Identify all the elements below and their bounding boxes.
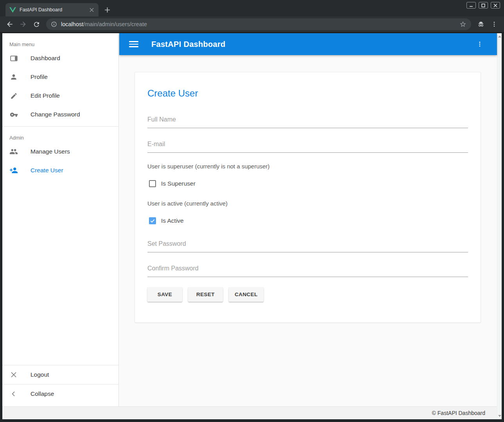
browser-titlebar: FastAPI Dashboard <box>0 0 504 16</box>
sidebar-item-dashboard[interactable]: Dashboard <box>2 49 118 68</box>
sidebar-item-label: Edit Profile <box>30 92 60 99</box>
sidebar-divider <box>2 126 118 127</box>
sidebar-section-admin: Admin <box>9 135 118 141</box>
confirm-password-field-wrap <box>147 263 468 277</box>
sidebar-section-main-menu: Main menu <box>9 41 118 47</box>
app-title: FastAPI Dashboard <box>151 40 226 49</box>
sidebar-item-label: Change Password <box>30 111 80 118</box>
sidebar-item-profile[interactable]: Profile <box>2 68 118 86</box>
reload-icon[interactable] <box>31 19 41 29</box>
pencil-icon <box>9 91 18 100</box>
person-add-icon <box>9 166 18 175</box>
window-maximize-icon[interactable] <box>479 2 488 9</box>
back-icon[interactable] <box>5 19 15 29</box>
sidebar-item-label: Create User <box>30 167 63 174</box>
checkbox-label: Is Superuser <box>161 180 196 187</box>
set-password-input[interactable] <box>147 239 468 252</box>
sidebar-item-change-password[interactable]: Change Password <box>2 105 118 124</box>
incognito-icon <box>476 19 486 29</box>
is-superuser-checkbox[interactable] <box>149 180 156 187</box>
tab-title: FastAPI Dashboard <box>20 7 85 13</box>
hamburger-menu-icon[interactable] <box>129 39 138 49</box>
window-close-icon[interactable] <box>491 2 500 9</box>
page-footer: © FastAPI Dashboard <box>2 406 497 419</box>
url-text: localhost/main/admin/users/create <box>61 21 456 27</box>
copyright-text: © FastAPI Dashboard <box>432 410 485 416</box>
sidebar-item-label: Profile <box>30 73 48 80</box>
close-x-icon <box>9 370 18 379</box>
scrollbar-down-arrow-icon[interactable] <box>498 415 501 417</box>
browser-toolbar: localhost/main/admin/users/create <box>0 16 504 32</box>
browser-window: FastAPI Dashboard <box>0 0 504 422</box>
active-hint: User is active (currently active) <box>147 200 468 207</box>
cancel-button[interactable]: CANCEL <box>229 287 264 302</box>
sidebar-item-edit-profile[interactable]: Edit Profile <box>2 86 118 105</box>
full-name-field-wrap <box>147 114 468 128</box>
tab-close-icon[interactable] <box>88 7 95 13</box>
forward-icon[interactable] <box>18 19 28 29</box>
dashboard-icon <box>9 54 18 63</box>
key-icon <box>9 110 18 119</box>
email-input[interactable] <box>147 139 468 153</box>
checkbox-label: Is Active <box>161 217 184 224</box>
sidebar-item-label: Logout <box>30 371 49 378</box>
page-title: Create User <box>147 88 468 99</box>
sidebar-item-label: Dashboard <box>30 55 60 62</box>
site-info-icon[interactable] <box>51 21 57 27</box>
new-tab-icon[interactable] <box>102 5 112 14</box>
full-name-input[interactable] <box>147 114 468 128</box>
reset-button[interactable]: RESET <box>188 287 223 302</box>
confirm-password-input[interactable] <box>147 263 468 277</box>
chevron-left-icon <box>9 390 18 398</box>
bookmark-star-icon[interactable] <box>459 21 466 28</box>
scrollbar-up-arrow-icon[interactable] <box>498 36 501 38</box>
is-active-checkbox-row[interactable]: Is Active <box>147 216 468 225</box>
sidebar-item-label: Collapse <box>30 390 54 397</box>
app-header: FastAPI Dashboard <box>119 33 497 55</box>
save-button[interactable]: SAVE <box>147 287 182 302</box>
create-user-card: Create User User is superuser (currently… <box>135 72 481 323</box>
person-icon <box>9 73 18 81</box>
vue-logo-icon <box>9 7 16 13</box>
page-scrollbar[interactable] <box>497 33 502 419</box>
email-field-wrap <box>147 139 468 153</box>
app-menu-kebab-icon[interactable] <box>475 39 484 49</box>
is-superuser-checkbox-row[interactable]: Is Superuser <box>147 179 468 188</box>
window-minimize-icon[interactable] <box>466 2 476 9</box>
is-active-checkbox[interactable] <box>149 217 156 224</box>
sidebar-item-manage-users[interactable]: Manage Users <box>2 142 118 161</box>
sidebar-item-logout[interactable]: Logout <box>2 365 118 384</box>
url-bar[interactable]: localhost/main/admin/users/create <box>46 18 471 30</box>
sidebar-item-collapse[interactable]: Collapse <box>2 384 118 403</box>
browser-tab[interactable]: FastAPI Dashboard <box>5 3 99 16</box>
people-icon <box>9 147 18 156</box>
superuser-hint: User is superuser (currently is not a su… <box>147 163 468 170</box>
sidebar-item-label: Manage Users <box>30 148 70 155</box>
sidebar-item-create-user[interactable]: Create User <box>2 161 118 180</box>
browser-menu-kebab-icon[interactable] <box>489 19 499 29</box>
sidebar: Main menu Dashboard Profile <box>2 33 119 406</box>
set-password-field-wrap <box>147 239 468 252</box>
page: Main menu Dashboard Profile <box>2 33 502 419</box>
